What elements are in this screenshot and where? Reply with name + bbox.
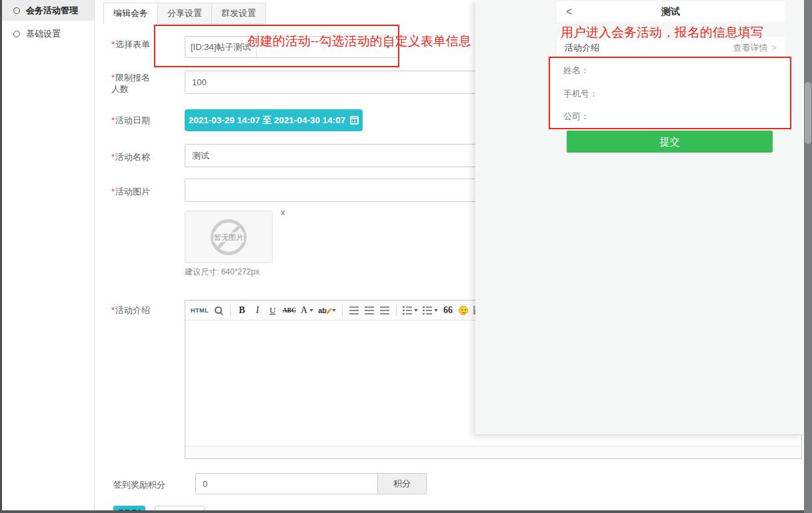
- field-label-intro: *活动介绍: [111, 304, 178, 316]
- preview-title: 测试: [557, 6, 785, 18]
- select-form-value: [ID:34]帖子测试: [185, 37, 257, 57]
- field-label-name: *活动名称: [111, 151, 178, 163]
- tab-edit-conference[interactable]: 编辑会务: [103, 3, 158, 24]
- highlight-color-button[interactable]: ab: [316, 302, 338, 318]
- italic-button[interactable]: I: [250, 302, 265, 318]
- preview-field-name: 姓名：: [563, 65, 589, 77]
- preview-header: < 测试: [557, 1, 785, 22]
- emoji-icon: [459, 306, 468, 315]
- tab-broadcast-settings[interactable]: 群发设置: [211, 3, 266, 24]
- unordered-list-button[interactable]: [421, 302, 440, 318]
- image-size-hint: 建议尺寸: 640*272px: [185, 266, 259, 278]
- window-border-bottom: [0, 510, 812, 513]
- strikethrough-button[interactable]: ABC: [281, 302, 298, 318]
- required-mark: *: [111, 152, 115, 162]
- sidebar-item-basic-settings[interactable]: 基础设置: [2, 21, 94, 47]
- field-label-image: *活动图片: [111, 186, 178, 197]
- submit-button[interactable]: 提交: [567, 131, 773, 153]
- date-range-value: 2021-03-29 14:07 至 2021-04-30 14:07: [189, 115, 346, 127]
- sidebar-item-label: 会务活动管理: [26, 5, 78, 17]
- align-right-icon: [380, 306, 389, 314]
- app-window: 会务活动管理 基础设置 编辑会务 分享设置 群发设置 *选择表单 [ID:34]…: [0, 0, 812, 513]
- toolbar-separator: [342, 304, 343, 316]
- no-image-text: 暂无图片: [213, 232, 244, 242]
- view-details-link[interactable]: 查看详情 >: [733, 42, 777, 54]
- required-mark: *: [111, 39, 115, 49]
- circle-bullet-icon: [13, 31, 20, 37]
- required-mark: *: [111, 73, 115, 83]
- sidebar-item-label: 基础设置: [26, 28, 61, 40]
- points-unit-addon: 积分: [377, 473, 427, 494]
- ordered-list-icon: [403, 306, 412, 314]
- points-input[interactable]: [195, 473, 378, 494]
- required-mark: *: [111, 187, 115, 197]
- select-form-dropdown[interactable]: [ID:34]帖子测试: [185, 36, 399, 58]
- remove-image-button[interactable]: x: [281, 208, 285, 217]
- preview-field-phone: 手机号：: [563, 88, 598, 100]
- magnifier-icon: [214, 306, 223, 315]
- preview-button[interactable]: [211, 302, 226, 318]
- field-label-date: *活动日期: [111, 115, 178, 126]
- unordered-list-icon: [423, 306, 432, 314]
- align-right-button[interactable]: [377, 302, 392, 318]
- chevron-down-icon: [385, 45, 391, 49]
- toolbar-separator: [230, 304, 231, 316]
- preview-signup-card: 姓名： 手机号： 公司：: [550, 58, 791, 129]
- chevron-down-icon: [309, 309, 313, 312]
- tab-share-settings[interactable]: 分享设置: [157, 3, 212, 24]
- mobile-preview-panel: < 测试 活动介绍 查看详情 > 姓名： 手机号： 公司： 提交: [475, 0, 803, 435]
- tab-bar: 编辑会务 分享设置 群发设置: [103, 3, 266, 24]
- scrollbar-thumb[interactable]: [805, 82, 811, 144]
- window-border-left: [0, 0, 2, 513]
- scrollbar-track[interactable]: [804, 0, 812, 513]
- field-label-limit: *限制报名人数: [111, 72, 153, 95]
- sidebar-item-conference-management[interactable]: 会务活动管理: [2, 0, 94, 21]
- required-mark: *: [111, 305, 115, 315]
- html-source-button[interactable]: HTML: [189, 302, 211, 318]
- circle-bullet-icon: [13, 7, 20, 14]
- required-mark: *: [111, 115, 115, 125]
- align-left-icon: [349, 306, 359, 314]
- bold-button[interactable]: B: [235, 302, 249, 318]
- align-left-button[interactable]: [347, 302, 361, 318]
- chevron-right-icon: >: [771, 43, 777, 53]
- sidebar: 会务活动管理 基础设置: [2, 0, 95, 510]
- preview-intro-label: 活动介绍: [565, 42, 599, 54]
- preview-field-company: 公司：: [563, 111, 589, 123]
- editor-statusbar: [185, 446, 801, 458]
- calendar-icon: [350, 116, 359, 125]
- chevron-down-icon: [414, 309, 418, 312]
- chevron-down-icon: [332, 309, 336, 312]
- toolbar-separator: [396, 304, 397, 316]
- date-range-button[interactable]: 2021-03-29 14:07 至 2021-04-30 14:07: [185, 109, 363, 131]
- font-color-button[interactable]: A: [299, 302, 315, 318]
- blockquote-button[interactable]: 66: [441, 302, 455, 318]
- image-thumbnail-placeholder[interactable]: 暂无图片: [185, 211, 273, 263]
- field-label-select-form: *选择表单: [111, 39, 178, 50]
- emoji-button[interactable]: [456, 302, 471, 318]
- field-label-points: 签到奖励积分: [113, 479, 187, 490]
- preview-intro-bar: 活动介绍 查看详情 >: [557, 37, 785, 59]
- chevron-down-icon: [434, 309, 438, 312]
- align-center-icon: [365, 306, 374, 314]
- ordered-list-button[interactable]: [401, 302, 420, 318]
- align-center-button[interactable]: [362, 302, 377, 318]
- underline-button[interactable]: U: [265, 302, 280, 318]
